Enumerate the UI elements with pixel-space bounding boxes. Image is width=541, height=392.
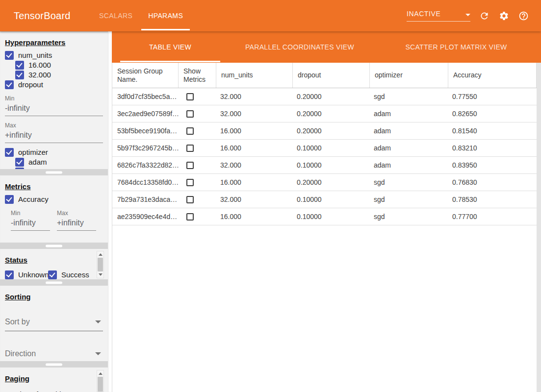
view-tabs: TABLE VIEW PARALLEL COORDINATES VIEW SCA… — [112, 31, 541, 63]
num-units-cell: 32.000 — [216, 110, 293, 118]
optimizer-label: optimizer — [18, 148, 48, 156]
section-divider — [0, 279, 108, 286]
show-metrics-cell — [179, 110, 216, 118]
table-body: 3df0d7cf35bec5a… 32.000 0.20000 sgd 0.77… — [112, 88, 537, 225]
scroll-up-arrow-icon[interactable] — [99, 372, 103, 375]
scroll-down-arrow-icon[interactable] — [99, 273, 103, 276]
session-group-name-cell: 6826c7fa3322d82… — [112, 161, 179, 169]
show-metrics-checkbox[interactable] — [186, 93, 194, 100]
tab-parallel-coordinates-view[interactable]: PARALLEL COORDINATES VIEW — [245, 43, 354, 51]
dropout-label: dropout — [18, 80, 43, 89]
sorting-heading: Sorting — [5, 293, 31, 301]
direction-select[interactable]: Direction — [5, 349, 103, 361]
table-right-gutter — [537, 63, 541, 392]
plugin-tabs: SCALARS HPARAMS — [91, 0, 191, 31]
drag-handle[interactable] — [46, 171, 62, 173]
metrics-heading: Metrics — [5, 182, 31, 191]
status-checkbox[interactable] — [5, 270, 14, 279]
tab-hparams[interactable]: HPARAMS — [140, 0, 191, 31]
matching-groups-count: Number of matching session groups: 8 — [5, 390, 92, 392]
refresh-button[interactable] — [474, 6, 494, 25]
table-row: 7b29a731e3daca… 32.000 0.10000 sgd 0.785… — [112, 191, 537, 208]
show-metrics-checkbox[interactable] — [186, 196, 194, 203]
num-units-32-checkbox[interactable] — [15, 71, 24, 79]
paging-scrollbar[interactable] — [97, 370, 104, 392]
num-units-cell: 16.000 — [216, 127, 293, 135]
table-row: 5b97f3c2967245b… 16.000 0.10000 adam 0.8… — [112, 140, 537, 157]
accuracy-cell: 0.83210 — [448, 144, 537, 152]
accuracy-checkbox[interactable] — [5, 195, 14, 204]
section-divider — [0, 243, 108, 249]
accuracy-cell: 0.83950 — [448, 161, 537, 169]
paging-heading: Paging — [5, 374, 29, 383]
dropout-cell: 0.20000 — [293, 93, 370, 100]
col-session-group-name: Session Group Name. — [112, 63, 179, 88]
status-option-label: Unknown — [18, 270, 49, 279]
status-option-row: Unknown — [5, 270, 48, 279]
optimizer-cell: adam — [370, 161, 448, 169]
accuracy-min-field: Min -infinity — [11, 210, 50, 231]
min-label: Min — [11, 210, 50, 217]
show-metrics-checkbox[interactable] — [186, 145, 194, 152]
dropout-max-field: Max +infinity — [5, 122, 103, 143]
refresh-icon — [479, 11, 489, 21]
accuracy-filter-row: Min -infinity Max +infinity — [11, 205, 103, 231]
dropout-cell: 0.10000 — [293, 161, 370, 169]
scrollbar-thumb[interactable] — [98, 377, 103, 392]
col-show-metrics: Show Metrics — [179, 63, 216, 88]
col-dropout: dropout — [293, 63, 370, 88]
active-tab-indicator — [120, 61, 220, 62]
show-metrics-checkbox[interactable] — [186, 179, 194, 186]
table-row: 6826c7fa3322d82… 32.000 0.10000 adam 0.8… — [112, 157, 537, 174]
num-units-checkbox[interactable] — [5, 51, 14, 60]
optimizer-checkbox[interactable] — [5, 148, 14, 157]
num-units-16-checkbox[interactable] — [15, 61, 24, 70]
status-checkbox[interactable] — [48, 270, 57, 279]
dropout-cell: 0.20000 — [293, 178, 370, 186]
tab-scatter-plot-matrix-view[interactable]: SCATTER PLOT MATRIX VIEW — [405, 43, 507, 51]
optimizer-cell: sgd — [370, 213, 448, 220]
show-metrics-cell — [179, 127, 216, 135]
settings-button[interactable] — [494, 6, 514, 25]
tab-scalars[interactable]: SCALARS — [91, 0, 140, 31]
show-metrics-checkbox[interactable] — [186, 110, 194, 118]
num-units-16-label: 16.000 — [28, 61, 51, 69]
sort-by-select[interactable]: Sort by — [5, 318, 103, 331]
sidebar-gutter — [108, 31, 112, 392]
num-units-cell: 32.000 — [216, 196, 293, 203]
drag-handle[interactable] — [46, 245, 62, 247]
scrollbar-thumb[interactable] — [98, 258, 103, 271]
show-metrics-cell — [179, 213, 216, 220]
help-button[interactable] — [514, 6, 533, 25]
optimizer-cell: sgd — [370, 178, 448, 186]
drag-handle[interactable] — [46, 363, 62, 366]
max-label: Max — [5, 122, 103, 129]
tab-table-view[interactable]: TABLE VIEW — [149, 43, 191, 51]
metrics-section: Metrics Accuracy Min -infinity Max +infi… — [0, 175, 108, 243]
status-scrollbar[interactable] — [97, 251, 104, 278]
dropout-checkbox[interactable] — [5, 80, 14, 89]
drag-handle[interactable] — [46, 281, 62, 284]
table-row: ae235909ec4e4d… 16.000 0.10000 sgd 0.777… — [112, 208, 537, 225]
accuracy-label: Accuracy — [18, 195, 49, 203]
table-row: 7684dcc13358fd0… 16.000 0.20000 sgd 0.76… — [112, 174, 537, 191]
run-status-dropdown[interactable]: INACTIVE — [407, 10, 470, 22]
show-metrics-checkbox[interactable] — [186, 213, 194, 220]
section-divider — [0, 361, 108, 368]
max-input[interactable]: +infinity — [57, 217, 96, 231]
session-group-name-cell: 7684dcc13358fd0… — [112, 178, 179, 186]
min-input[interactable]: -infinity — [5, 102, 103, 116]
show-metrics-checkbox[interactable] — [186, 162, 194, 169]
col-num-units: num_units — [216, 63, 293, 88]
status-option-label: Success — [61, 270, 89, 279]
hparam-optimizer-row: optimizer — [5, 147, 103, 157]
scroll-up-arrow-icon[interactable] — [99, 253, 103, 256]
max-input[interactable]: +infinity — [5, 129, 103, 143]
show-metrics-checkbox[interactable] — [186, 127, 194, 135]
accuracy-max-field: Max +infinity — [57, 210, 96, 231]
session-group-name-cell: 53bf5bece9190fa… — [112, 127, 179, 135]
dropout-cell: 0.20000 — [293, 110, 370, 118]
min-input[interactable]: -infinity — [11, 217, 50, 231]
metric-accuracy-row: Accuracy — [5, 195, 103, 204]
optimizer-adam-checkbox[interactable] — [15, 158, 24, 167]
